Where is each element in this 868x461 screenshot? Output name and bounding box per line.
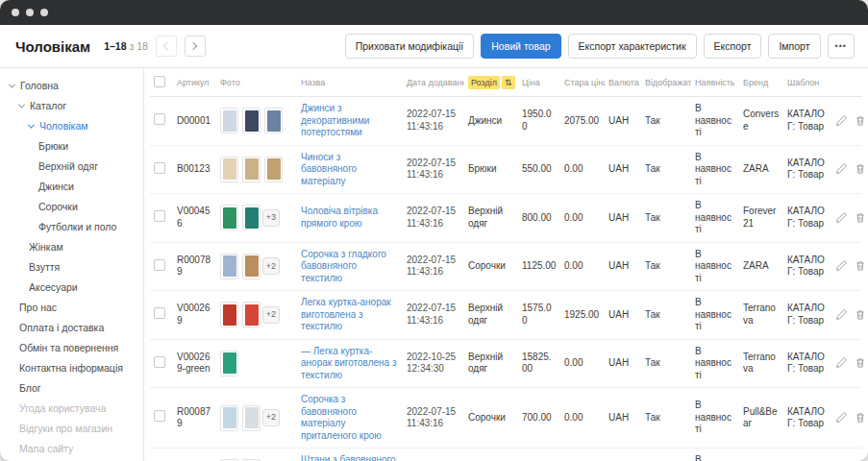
delete-icon[interactable] (855, 115, 866, 127)
delete-icon[interactable] (855, 212, 866, 224)
product-photo[interactable] (220, 302, 238, 328)
product-name-link[interactable]: Чиноси з бавовняного матеріалу (301, 152, 357, 186)
product-photo[interactable] (242, 157, 260, 182)
edit-icon[interactable] (835, 163, 847, 175)
more-actions-button[interactable]: ••• (828, 34, 855, 59)
section-value: Брюки (464, 449, 518, 461)
section-value: Верхній одяг (464, 194, 518, 243)
sidebar-item-футболки-и-поло[interactable]: Футболки и поло (0, 217, 143, 237)
window-minimize-button[interactable] (26, 9, 34, 16)
sidebar-item-label: Головна (20, 81, 59, 92)
more-photos-badge[interactable]: +2 (262, 306, 280, 324)
product-name-link[interactable]: Сорочка з гладкого бавовняного текстилю (301, 249, 386, 283)
sidebar-item-про-нас[interactable]: Про нас (0, 298, 143, 318)
product-photo[interactable] (242, 108, 260, 133)
export-attributes-button[interactable]: Експорт характеристик (568, 34, 697, 59)
sidebar-item-сорочки[interactable]: Сорочки (0, 197, 143, 217)
sidebar-item-чоловікам[interactable]: Чоловікам (0, 116, 143, 136)
product-photo[interactable] (220, 157, 238, 182)
window-maximize-button[interactable] (40, 9, 48, 16)
sidebar-item-взуття[interactable]: Взуття (0, 257, 143, 278)
sidebar-item-джинси[interactable]: Джинси (0, 177, 143, 197)
sidebar-item-відгуки-про-магазин[interactable]: Відгуки про магазин (0, 419, 143, 439)
select-all-checkbox[interactable] (154, 76, 165, 87)
sidebar-item-брюки[interactable]: Брюки (0, 136, 143, 157)
product-name-link[interactable]: Легка куртка-анорак виготовлена з тексти… (301, 297, 391, 331)
sidebar-item-label: Джинси (38, 182, 74, 193)
sort-icon[interactable]: ⇅ (502, 76, 515, 89)
product-photo[interactable] (220, 351, 238, 376)
column-header-display[interactable]: Відображати (641, 68, 691, 97)
sidebar-item-каталог[interactable]: Каталог (0, 96, 143, 116)
sidebar-item-головна[interactable]: Головна (0, 76, 143, 96)
product-name-link[interactable]: Штани з бавовняного матеріалу прямого кр… (301, 454, 396, 461)
row-checkbox[interactable] (154, 162, 165, 174)
chevron-down-icon (9, 82, 15, 88)
sidebar-item-верхній-одяг[interactable]: Верхній одяг (0, 157, 143, 177)
edit-icon[interactable] (835, 260, 847, 272)
sidebar-item-обмін-та-повернення[interactable]: Обмін та повернення (0, 338, 143, 358)
sidebar-item-мапа-сайту[interactable]: Мапа сайту (0, 439, 143, 459)
product-photo[interactable] (220, 254, 238, 279)
row-checkbox[interactable] (154, 307, 165, 319)
more-photos-badge[interactable]: +2 (262, 257, 280, 275)
column-header-old_price[interactable]: Стара ціна (560, 68, 605, 97)
product-photo[interactable] (242, 205, 260, 230)
edit-icon[interactable] (835, 212, 847, 224)
row-checkbox[interactable] (154, 410, 165, 422)
edit-icon[interactable] (835, 309, 847, 321)
column-header-stock[interactable]: Наявність (691, 68, 739, 97)
sidebar-item-аксесуари[interactable]: Аксесуари (0, 278, 143, 298)
row-checkbox[interactable] (154, 210, 165, 222)
delete-icon[interactable] (855, 309, 866, 321)
prev-page-button[interactable] (156, 36, 177, 57)
delete-icon[interactable] (855, 163, 866, 175)
more-photos-badge[interactable]: +2 (262, 409, 280, 426)
product-photo[interactable] (264, 157, 283, 182)
sidebar-item-угода-користувача[interactable]: Угода користувача (0, 399, 143, 419)
column-header-currency[interactable]: Валюта (605, 68, 641, 97)
next-page-button[interactable] (185, 36, 206, 57)
column-header-name[interactable]: Назва (297, 68, 403, 97)
product-name-link[interactable]: — Легка куртка-анорак виготовлена з текс… (301, 346, 397, 380)
row-checkbox[interactable] (154, 113, 165, 125)
edit-icon[interactable] (835, 412, 847, 424)
sidebar-item-контактна-інформація[interactable]: Контактна інформація (0, 358, 143, 378)
sidebar-item-жінкам[interactable]: Жінкам (0, 237, 143, 257)
column-header-date[interactable]: Дата додавання (403, 68, 464, 97)
column-header-brand[interactable]: Бренд (739, 68, 783, 97)
product-photo[interactable] (242, 405, 260, 431)
template-value: КАТАЛОГ: Товар (783, 388, 831, 449)
product-name-link[interactable]: Сорочка з бавовняного матеріалу притален… (301, 394, 382, 441)
edit-icon[interactable] (835, 115, 847, 127)
sidebar-item-блог[interactable]: Блог (0, 378, 143, 399)
price-value: 1125.00 (518, 242, 560, 291)
product-photo[interactable] (220, 405, 238, 431)
sidebar-item-оплата-і-доставка[interactable]: Оплата і доставка (0, 318, 143, 338)
product-photo[interactable] (220, 205, 238, 230)
edit-icon[interactable] (835, 357, 847, 369)
export-button[interactable]: Експорт (704, 34, 762, 59)
import-button[interactable]: Імпорт (768, 34, 820, 59)
pagination-range: 1–18 (104, 40, 126, 52)
delete-icon[interactable] (855, 260, 866, 272)
column-header-photo[interactable]: Фото (216, 68, 297, 97)
product-photo[interactable] (264, 108, 283, 133)
delete-icon[interactable] (855, 412, 866, 424)
more-photos-badge[interactable]: +3 (262, 209, 280, 227)
column-header-section[interactable]: Розділ⇅ (464, 68, 518, 97)
product-photo[interactable] (242, 302, 260, 328)
product-photo[interactable] (220, 108, 238, 133)
product-name-link[interactable]: Чоловіча вітрівка прямого крою (301, 206, 378, 229)
hide-modifications-button[interactable]: Приховати модифікації (345, 34, 475, 59)
product-photo[interactable] (242, 254, 260, 279)
column-header-sku[interactable]: Артикул (173, 68, 216, 97)
delete-icon[interactable] (855, 357, 866, 369)
row-checkbox[interactable] (154, 356, 165, 368)
window-close-button[interactable] (12, 9, 19, 16)
product-name-link[interactable]: Джинси з декоративними потертостями (301, 103, 369, 137)
column-header-template[interactable]: Шаблон (783, 68, 831, 97)
row-checkbox[interactable] (154, 259, 165, 271)
new-product-button[interactable]: Новий товар (481, 34, 560, 59)
column-header-price[interactable]: Ціна (518, 68, 560, 97)
